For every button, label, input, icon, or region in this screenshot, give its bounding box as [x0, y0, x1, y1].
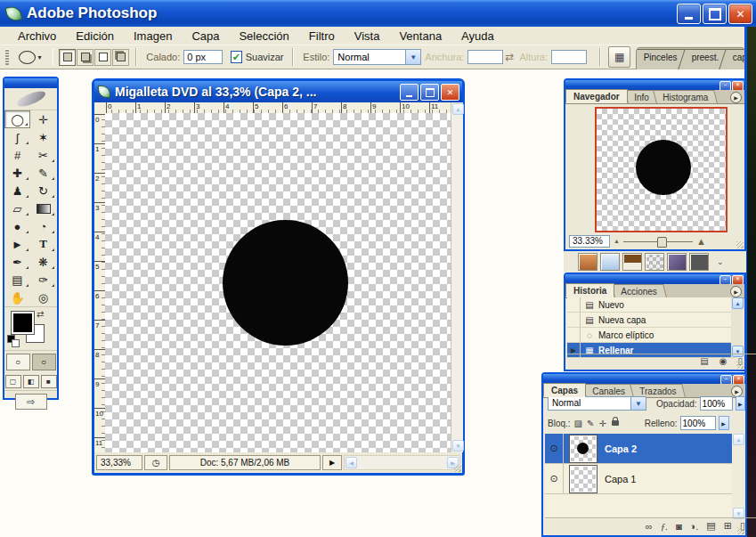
subtract-selection-button[interactable] — [94, 49, 111, 66]
lock-all-icon[interactable] — [612, 420, 619, 426]
preset-swatch[interactable] — [689, 253, 709, 271]
scroll-left-arrow[interactable]: ◀ — [345, 457, 357, 468]
tool-eyedropper[interactable]: ✑ — [30, 271, 56, 289]
new-selection-button[interactable] — [59, 49, 76, 66]
scroll-down-arrow[interactable]: ▼ — [452, 440, 464, 452]
status-flyout-button[interactable]: ▶ — [322, 455, 342, 470]
file-browser-button[interactable]: ▦ — [608, 46, 630, 68]
tool-clone-stamp[interactable]: ♟ — [4, 182, 30, 199]
vertical-scrollbar[interactable]: ▲ ▼ — [451, 102, 463, 452]
swap-dimensions-icon[interactable]: ⇄ — [505, 51, 514, 63]
opacity-spinner[interactable]: ▶ — [736, 396, 745, 411]
estilo-combobox[interactable]: Normal ▼ — [333, 49, 421, 65]
tool-brush[interactable]: ✎ — [30, 164, 56, 182]
fullscreen-button[interactable]: ■ — [41, 375, 57, 388]
tool-gradient[interactable] — [30, 199, 56, 217]
tool-lasso[interactable]: ʃ — [4, 128, 30, 146]
tool-path-selection[interactable]: ► — [4, 235, 30, 253]
preset-swatch[interactable] — [622, 253, 642, 271]
tool-dodge[interactable]: ◔ — [30, 217, 56, 235]
tool-slice[interactable]: ✂ — [30, 146, 56, 164]
scroll-up-arrow[interactable]: ▲ — [452, 103, 464, 115]
tool-history-brush[interactable]: ↻ — [30, 182, 56, 199]
estilo-dropdown-arrow[interactable]: ▼ — [405, 49, 421, 65]
tool-pen[interactable]: ✒ — [4, 253, 30, 271]
tool-eraser[interactable]: ▱ — [4, 199, 30, 217]
layer-mask-button[interactable]: ◙ — [676, 521, 682, 532]
calado-input[interactable] — [183, 50, 223, 64]
lock-pixels-icon[interactable]: ✎ — [587, 419, 594, 428]
history-scrollbar[interactable]: ▲ ▼ — [731, 297, 743, 357]
preset-dropdown-arrow[interactable]: ▾ — [38, 53, 42, 61]
link-layers-button[interactable]: ∞ — [646, 521, 653, 532]
menu-ventana[interactable]: Ventana — [389, 28, 451, 45]
tab-historia[interactable]: Historia — [565, 283, 614, 297]
menu-seleccion[interactable]: Selección — [229, 28, 298, 45]
preset-more-arrow[interactable]: ⌄ — [717, 257, 724, 266]
history-state-nueva-capa[interactable]: ▤ Nueva capa — [567, 313, 735, 328]
navigator-zoom-input[interactable] — [569, 235, 610, 248]
tool-healing-brush[interactable]: ✚ — [4, 164, 30, 182]
blend-mode-combobox[interactable]: Normal ▼ — [548, 396, 646, 411]
layers-scrollbar[interactable]: ▲ ▼ — [732, 434, 744, 519]
menu-capa[interactable]: Capa — [182, 28, 229, 45]
opacity-value[interactable]: 100% — [700, 396, 733, 411]
new-document-from-state-button[interactable]: ▤ — [700, 356, 708, 366]
add-selection-button[interactable] — [77, 49, 93, 66]
zoom-slider-thumb[interactable] — [657, 237, 667, 248]
layer-style-button[interactable]: ƒ. — [661, 521, 668, 532]
history-state-marco-eliptico[interactable]: ◌ Marco elíptico — [567, 328, 735, 343]
layer-name[interactable]: Capa 2 — [605, 443, 637, 454]
history-state-nuevo[interactable]: ▤ Nuevo — [567, 297, 735, 313]
black-circle-layer[interactable] — [223, 220, 348, 346]
tool-crop[interactable]: # — [4, 146, 30, 164]
navigator-proxy-view[interactable] — [595, 107, 728, 232]
canvas-area[interactable] — [105, 113, 451, 452]
tab-capas[interactable]: Capas — [543, 383, 586, 397]
foreground-color-swatch[interactable] — [12, 312, 34, 334]
layer-thumbnail[interactable] — [569, 435, 597, 463]
fill-spinner[interactable]: ▶ — [719, 416, 729, 430]
layer-row-capa2[interactable]: ⊙ Capa 2 — [545, 434, 736, 464]
intersect-selection-button[interactable] — [112, 49, 129, 66]
standard-mode-button[interactable]: ○ — [6, 354, 30, 370]
tool-hand[interactable]: ✋ — [4, 289, 30, 306]
document-minimize-button[interactable] — [400, 84, 419, 101]
tool-preset-picker[interactable]: ▾ — [13, 49, 47, 66]
preset-swatch[interactable] — [600, 253, 620, 271]
tool-zoom[interactable]: ◎ — [30, 289, 56, 306]
history-menu-button[interactable]: ▶ — [730, 286, 742, 297]
options-grip[interactable] — [5, 49, 9, 65]
menu-filtro[interactable]: Filtro — [299, 28, 345, 45]
preset-swatch[interactable] — [667, 253, 687, 271]
document-titlebar[interactable]: Migalleta DVD al 33,3% (Capa 2, ... ✕ — [94, 81, 462, 102]
menu-ayuda[interactable]: Ayuda — [451, 28, 504, 45]
quickmask-mode-button[interactable]: ○ — [32, 354, 56, 370]
tool-type[interactable]: T — [30, 235, 56, 253]
minimize-button[interactable] — [677, 4, 701, 24]
preset-swatch[interactable] — [578, 253, 597, 271]
standard-screen-button[interactable]: ▢ — [5, 375, 21, 388]
jump-to-imageready-button[interactable]: ⇨ — [15, 394, 47, 410]
fill-value[interactable]: 100% — [680, 416, 716, 430]
history-source-checkbox[interactable] — [567, 313, 581, 327]
close-button[interactable]: ✕ — [728, 4, 752, 24]
maximize-button[interactable] — [703, 4, 727, 24]
layers-resize-grip[interactable] — [737, 527, 744, 534]
toolbox-titlebar[interactable] — [4, 78, 57, 88]
zoom-in-mountain-icon[interactable]: ▲ — [696, 236, 706, 247]
visibility-eye-icon[interactable]: ⊙ — [545, 464, 564, 493]
lock-transparency-icon[interactable]: ▨ — [574, 419, 582, 428]
visibility-eye-icon[interactable]: ⊙ — [545, 434, 564, 463]
layer-name[interactable]: Capa 1 — [605, 474, 636, 484]
new-snapshot-button[interactable]: ◉ — [719, 356, 728, 366]
zoom-out-mountain-icon[interactable]: ▲ — [614, 238, 620, 244]
default-colors-icon[interactable] — [7, 335, 20, 346]
adjustment-layer-button[interactable]: ◑. — [690, 521, 699, 532]
tab-histograma[interactable]: Histograma — [654, 90, 719, 103]
zoom-percentage[interactable]: 33,33% — [96, 455, 142, 470]
fullscreen-menubar-button[interactable]: ◧ — [23, 375, 39, 388]
horizontal-scrollbar[interactable]: ◀ ▶ — [344, 455, 460, 470]
document-resize-grip[interactable] — [454, 465, 461, 472]
tab-acciones[interactable]: Acciones — [611, 284, 666, 297]
